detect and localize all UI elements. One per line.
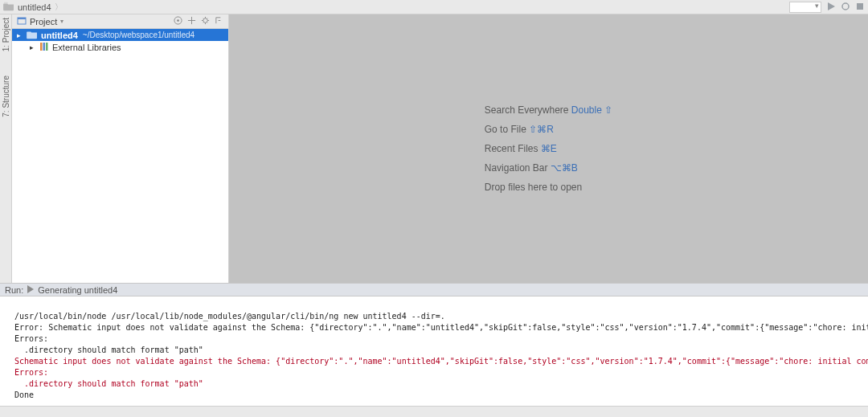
folder-icon [3,2,14,13]
svg-rect-7 [40,43,43,51]
svg-rect-8 [43,43,46,51]
tool-tab-project[interactable]: 1: Project [2,18,10,51]
project-scope-icon [17,16,27,27]
console-error-line: Schematic input does not validate agains… [14,357,868,366]
editor-empty-state[interactable]: Search Everywhere Double ⇧ Go to File ⇧⌘… [229,14,868,283]
collapse-icon[interactable] [187,16,196,27]
run-config-combo[interactable] [789,2,821,13]
svg-rect-9 [46,43,48,51]
project-tool-window: Project ▾ ▸ untitled4 ~/Desktop/webspace… [12,14,229,283]
expand-arrow-icon[interactable]: ▸ [17,31,23,39]
library-icon [39,42,49,53]
titlebar: untitled4 〉 [0,0,868,14]
tree-external-libs-label: External Libraries [52,43,121,52]
project-pane-title[interactable]: Project ▾ [17,16,63,27]
folder-icon [27,30,38,41]
console-line: .directory should match format "path" [14,345,203,354]
project-tree[interactable]: ▸ untitled4 ~/Desktop/webspace1/untitled… [12,29,228,283]
left-tool-strip: 1: Project 7: Structure [0,14,12,283]
breadcrumb-project: untitled4 [18,2,51,12]
status-bar [0,406,868,417]
main-split: 1: Project 7: Structure Project ▾ ▸ unti… [0,14,868,283]
project-pane-header: Project ▾ [12,14,228,29]
stop-icon[interactable] [855,2,865,13]
tree-root[interactable]: ▸ untitled4 ~/Desktop/webspace1/untitled… [12,29,228,41]
svg-point-0 [842,3,849,10]
svg-rect-3 [18,18,26,19]
run-label: Run: [5,285,23,295]
hide-icon[interactable] [215,16,223,27]
tool-tab-structure[interactable]: 7: Structure [2,76,10,117]
svg-point-5 [177,19,179,22]
console-line: /usr/local/bin/node /usr/local/lib/node_… [14,312,445,321]
tree-external-libs[interactable]: ▸ External Libraries [12,41,228,53]
console-line: Done [14,390,34,399]
console-error-line: Errors: [14,368,48,377]
console-line: Error: Schematic input does not validate… [14,323,868,332]
tree-root-name: untitled4 [41,31,78,40]
editor-hints: Search Everywhere Double ⇧ Go to File ⇧⌘… [485,96,612,201]
target-icon[interactable] [174,16,182,27]
toolbar-right [789,2,865,13]
run-toolbar: Run: Generating untitled4 [0,283,868,296]
play-icon[interactable] [27,285,35,295]
run-icon[interactable] [826,2,836,13]
expand-arrow-icon[interactable]: ▸ [30,43,36,51]
tree-root-path: ~/Desktop/webspace1/untitled4 [83,31,194,39]
beetle-icon[interactable] [841,2,850,13]
dropdown-icon: ▾ [60,18,63,25]
run-console[interactable]: /usr/local/bin/node /usr/local/lib/node_… [0,296,868,406]
console-error-line: .directory should match format "path" [14,379,203,388]
project-pane-tools [174,16,223,27]
svg-rect-1 [857,3,863,10]
console-line: Errors: [14,334,48,343]
run-task-name: Generating untitled4 [38,285,117,295]
breadcrumb[interactable]: untitled4 〉 [3,2,63,13]
gear-icon[interactable] [201,16,210,27]
chevron-right-icon: 〉 [55,2,63,13]
